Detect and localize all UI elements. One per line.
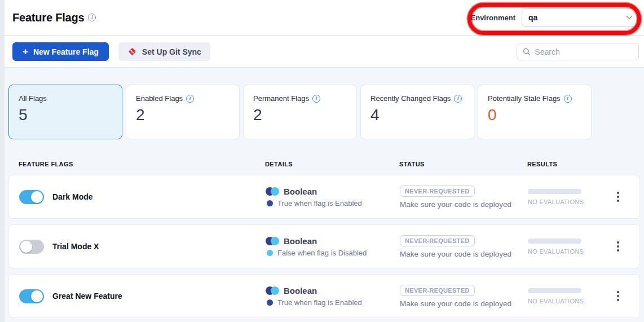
info-icon[interactable]: i — [564, 95, 572, 103]
info-icon[interactable]: i — [312, 95, 320, 103]
window-edge-strip — [0, 0, 5, 322]
search-input[interactable] — [535, 47, 633, 56]
feature-flags-page: Feature Flags i Environment qa + New Fea… — [0, 0, 644, 322]
flag-name[interactable]: Great New Feature — [52, 292, 122, 301]
stat-card-potentially-stale-flags[interactable]: Potentially Stale Flagsi 0 — [478, 85, 592, 139]
evaluations-bar — [528, 239, 581, 244]
stat-card-enabled-flags[interactable]: Enabled Flagsi 2 — [126, 85, 240, 139]
rule-dot-icon — [267, 200, 273, 206]
status-badge: NEVER-REQUESTED — [400, 235, 475, 246]
page-title: Feature Flags — [12, 11, 84, 24]
info-icon[interactable]: i — [186, 95, 194, 103]
no-evaluations-label: NO EVALUATIONS — [528, 199, 582, 205]
git-sync-label: Set Up Git Sync — [142, 47, 201, 56]
rule-dot-icon — [267, 250, 273, 256]
stat-value: 5 — [19, 106, 112, 124]
rule-text: True when flag is Enabled — [277, 298, 362, 307]
stat-card-permanent-flags[interactable]: Permanent Flagsi 2 — [243, 85, 357, 139]
plus-icon: + — [23, 47, 28, 56]
stat-value: 0 — [488, 106, 581, 124]
stat-label: All Flags — [19, 94, 47, 103]
no-evaluations-label: NO EVALUATIONS — [528, 298, 582, 305]
column-header-details: DETAILS — [265, 161, 399, 167]
status-text: Make sure your code is deployed — [400, 200, 528, 209]
new-feature-flag-label: New Feature Flag — [33, 47, 99, 56]
stat-card-recently-changed-flags[interactable]: Recently Changed Flagsi 4 — [360, 85, 474, 139]
stat-label: Permanent Flags — [253, 94, 309, 103]
chevron-down-icon — [626, 15, 633, 20]
flag-toggle[interactable] — [19, 190, 44, 204]
search-box[interactable] — [517, 43, 639, 60]
main-content: All Flags 5 Enabled Flagsi 2 Permanent F… — [5, 68, 644, 322]
actions-toolbar: + New Feature Flag Set Up Git Sync — [5, 36, 644, 68]
evaluations-bar — [528, 288, 581, 293]
boolean-type-icon — [266, 187, 279, 196]
column-header-results: RESULTS — [527, 161, 630, 167]
column-header-feature-flags: FEATURE FLAGS — [19, 161, 265, 167]
boolean-type-icon — [266, 286, 279, 295]
stat-value: 4 — [370, 106, 464, 124]
flag-type-label: Boolean — [284, 236, 317, 246]
stat-label: Potentially Stale Flags — [488, 94, 561, 103]
search-icon — [523, 47, 530, 56]
toggle-knob — [31, 290, 43, 302]
row-menu-button[interactable] — [614, 238, 623, 255]
set-up-git-sync-button[interactable]: Set Up Git Sync — [118, 42, 210, 61]
title-info-icon[interactable]: i — [88, 14, 96, 21]
status-text: Make sure your code is deployed — [400, 299, 528, 308]
column-header-status: STATUS — [399, 161, 527, 167]
environment-dropdown[interactable]: qa — [522, 8, 639, 27]
status-badge: NEVER-REQUESTED — [400, 186, 475, 197]
flag-type-label: Boolean — [284, 187, 317, 196]
stat-label: Recently Changed Flags — [370, 94, 451, 103]
git-icon — [127, 47, 137, 56]
info-icon[interactable]: i — [454, 95, 462, 103]
environment-value: qa — [528, 13, 537, 22]
table-header: FEATURE FLAGS DETAILS STATUS RESULTS — [8, 153, 640, 175]
flag-name[interactable]: Dark Mode — [52, 192, 93, 201]
flag-toggle[interactable] — [19, 289, 44, 303]
boolean-type-icon — [266, 237, 279, 245]
environment-label: Environment — [471, 14, 515, 22]
flag-toggle[interactable] — [19, 240, 44, 254]
table-row: Dark Mode Boolean True when flag is Enab… — [8, 175, 640, 219]
toggle-knob — [31, 191, 43, 203]
toggle-knob — [20, 241, 32, 253]
stats-cards-row: All Flags 5 Enabled Flagsi 2 Permanent F… — [8, 85, 640, 139]
stat-card-all-flags[interactable]: All Flags 5 — [8, 85, 122, 139]
rule-text: True when flag is Enabled — [277, 199, 362, 208]
stat-label: Enabled Flags — [136, 94, 183, 103]
status-text: Make sure your code is deployed — [400, 250, 528, 258]
environment-selector-group: Environment qa — [471, 8, 639, 27]
status-badge: NEVER-REQUESTED — [400, 285, 475, 296]
rule-dot-icon — [267, 299, 273, 306]
row-menu-button[interactable] — [614, 188, 623, 205]
no-evaluations-label: NO EVALUATIONS — [528, 248, 582, 255]
table-row: Great New Feature Boolean True when flag… — [8, 274, 640, 318]
evaluations-bar — [528, 189, 581, 194]
new-feature-flag-button[interactable]: + New Feature Flag — [12, 42, 109, 61]
rule-text: False when flag is Disabled — [277, 249, 367, 257]
flag-name[interactable]: Trial Mode X — [52, 242, 99, 251]
stat-value: 2 — [253, 106, 347, 124]
table-row: Trial Mode X Boolean False when flag is … — [8, 224, 640, 268]
row-menu-button[interactable] — [614, 288, 623, 305]
flag-type-label: Boolean — [284, 286, 317, 295]
page-header: Feature Flags i Environment qa — [5, 0, 644, 36]
stat-value: 2 — [136, 106, 230, 124]
